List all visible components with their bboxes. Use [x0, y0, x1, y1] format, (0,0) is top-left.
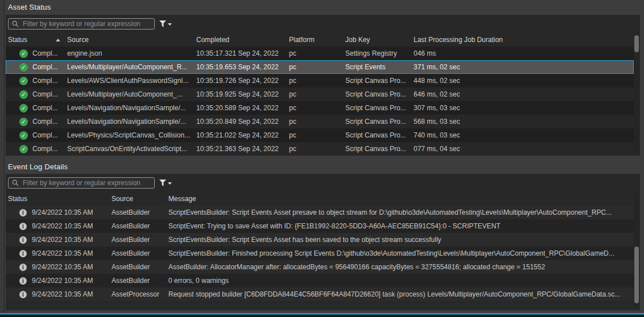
status-cell: ✓Compl... [6, 74, 65, 87]
source-cell: Levels/Multiplayer/AutoComponent_... [65, 87, 194, 101]
completed-cell: 10:35:17.321 Sep 24, 2022 [194, 47, 287, 60]
source-cell: engine.json [65, 47, 194, 60]
completed-cell: 10:35:19.925 Sep 24, 2022 [194, 87, 287, 101]
status-label: Compl... [32, 101, 58, 115]
event-log-row[interactable]: i9/24/2022 10:35 AMAssetBuilderScriptEve… [6, 233, 634, 247]
event-log-scrollbar-thumb[interactable] [634, 247, 639, 303]
duration-cell: 077 ms, 04 sec [411, 142, 634, 156]
event-log-filter-menu-button[interactable] [159, 180, 172, 187]
timestamp-label: 9/24/2022 10:35 AM [32, 260, 93, 274]
status-label: Compl... [32, 115, 58, 128]
column-header-status[interactable]: Status [6, 33, 65, 47]
column-header-label: Status [8, 192, 27, 206]
status-cell: ✓Compl... [6, 47, 65, 60]
source-cell: AssetBuilder [109, 233, 166, 247]
event-log-row[interactable]: i9/24/2022 10:35 AMAssetProcessorRequest… [6, 287, 634, 301]
asset-status-scrollbar-thumb[interactable] [634, 35, 639, 52]
duration-cell: 307 ms, 03 sec [411, 101, 634, 115]
info-icon: i [19, 264, 27, 271]
job-key-cell: Script Canvas Pro... [343, 74, 411, 87]
platform-cell: pc [287, 115, 343, 128]
event-log-filter-input-wrapper [8, 177, 155, 189]
completed-cell: 10:35:19.726 Sep 24, 2022 [194, 74, 287, 87]
asset-status-scrollbar[interactable] [634, 33, 639, 153]
source-cell: ScriptCanvas/OnEntityActivatedScript... [65, 142, 194, 156]
completed-cell: 10:35:21.022 Sep 24, 2022 [194, 128, 287, 142]
source-cell: Levels/Navigation/NavigationSample/... [65, 101, 194, 115]
timestamp-label: 9/24/2022 10:35 AM [32, 247, 93, 260]
platform-cell: pc [287, 87, 343, 101]
status-label: Compl... [32, 60, 58, 74]
asset-status-filter-input-wrapper [8, 18, 155, 30]
asset-status-row[interactable]: ✓Compl...Levels/Multiplayer/AutoComponen… [6, 87, 634, 101]
asset-status-filter-menu-button[interactable] [159, 20, 172, 28]
asset-status-row[interactable]: ✓Compl...Levels/Physics/ScriptCanvas_Col… [6, 128, 634, 142]
column-header-platform[interactable]: Platform [287, 33, 343, 47]
source-cell: AssetBuilder [109, 206, 166, 219]
platform-cell: pc [287, 128, 343, 142]
status-completed-icon: ✓ [19, 118, 28, 126]
column-header-label: Source [112, 192, 133, 206]
event-log-filter-input[interactable] [22, 178, 151, 187]
message-cell: ScriptEventsBuilder: Script Events Asset… [166, 206, 634, 219]
status-completed-icon: ✓ [19, 49, 28, 58]
status-cell: i9/24/2022 10:35 AM [6, 206, 109, 219]
status-completed-icon: ✓ [19, 63, 28, 72]
info-icon: i [19, 223, 27, 230]
column-header-completed[interactable]: Completed [194, 33, 287, 47]
message-cell: ScriptEventsBuilder: Finished processing… [166, 247, 634, 260]
column-header-source[interactable]: Source [109, 192, 166, 206]
column-header-label: Job Key [345, 33, 370, 47]
asset-status-row[interactable]: ✓Compl...engine.json10:35:17.321 Sep 24,… [6, 47, 634, 60]
search-icon [11, 20, 19, 28]
event-log-scrollbar[interactable] [634, 192, 639, 308]
column-header-label: Message [168, 192, 196, 206]
asset-status-row[interactable]: ✓Compl...Levels/AWS/ClientAuthPasswordSi… [6, 74, 634, 87]
status-completed-icon: ✓ [19, 90, 28, 99]
column-header-label: Source [67, 33, 89, 47]
message-cell: 0 errors, 0 warnings [166, 274, 634, 287]
asset-status-row[interactable]: ✓Compl...Levels/Navigation/NavigationSam… [6, 115, 634, 128]
platform-cell: pc [287, 60, 343, 74]
column-header-source[interactable]: Source [65, 33, 194, 47]
event-log-panel: StatusSourceMessage i9/24/2022 10:35 AMA… [6, 174, 640, 310]
job-key-cell: Script Events [343, 60, 411, 74]
source-cell: Levels/Navigation/NavigationSample/... [65, 115, 194, 128]
column-header-status[interactable]: Status [6, 192, 109, 206]
source-cell: Levels/AWS/ClientAuthPasswordSignI... [65, 74, 194, 87]
platform-cell: pc [287, 74, 343, 87]
status-label: Compl... [32, 142, 58, 156]
source-cell: AssetBuilder [109, 274, 166, 287]
status-completed-icon: ✓ [19, 145, 28, 153]
asset-status-row[interactable]: ✓Compl...Levels/Multiplayer/AutoComponen… [6, 60, 634, 74]
asset-status-row[interactable]: ✓Compl...ScriptCanvas/OnEntityActivatedS… [6, 142, 634, 156]
asset-status-panel: StatusSourceCompletedPlatformJob KeyLast… [6, 15, 640, 156]
event-log-row[interactable]: i9/24/2022 10:35 AMAssetBuilderScriptEve… [6, 206, 634, 219]
event-log-row[interactable]: i9/24/2022 10:35 AMAssetBuilderScriptEve… [6, 219, 634, 233]
funnel-icon [159, 20, 172, 28]
left-dock-edge [0, 0, 5, 317]
column-header-message[interactable]: Message [166, 192, 634, 206]
asset-status-row[interactable]: ✓Compl...Levels/Navigation/NavigationSam… [6, 101, 634, 115]
status-cell: i9/24/2022 10:35 AM [6, 274, 109, 287]
status-cell: i9/24/2022 10:35 AM [6, 287, 109, 301]
status-cell: ✓Compl... [6, 115, 65, 128]
column-header-last-processing-job-duration[interactable]: Last Processing Job Duration [411, 33, 634, 47]
status-cell: ✓Compl... [6, 128, 65, 142]
status-cell: i9/24/2022 10:35 AM [6, 233, 109, 247]
source-cell: AssetBuilder [109, 219, 166, 233]
bottom-edge [0, 315, 644, 317]
event-log-row[interactable]: i9/24/2022 10:35 AMAssetBuilder0 errors,… [6, 274, 634, 287]
event-log-row[interactable]: i9/24/2022 10:35 AMAssetBuilderAssetBuil… [6, 260, 634, 274]
duration-cell: 568 ms, 03 sec [411, 115, 634, 128]
event-log-panel-title: Event Log Details [8, 162, 68, 171]
event-log-row[interactable]: i9/24/2022 10:35 AMAssetBuilderScriptEve… [6, 247, 634, 260]
asset-status-filter-input[interactable] [22, 19, 151, 28]
message-cell: AssetBuilder: AllocatorManager after: al… [166, 260, 634, 274]
duration-cell: 448 ms, 02 sec [411, 74, 634, 87]
column-header-job-key[interactable]: Job Key [343, 33, 411, 47]
sort-ascending-icon [56, 39, 60, 41]
asset-status-panel-title: Asset Status [8, 3, 51, 11]
platform-cell: pc [287, 47, 343, 60]
job-key-cell: Script Canvas Pro... [343, 142, 411, 156]
